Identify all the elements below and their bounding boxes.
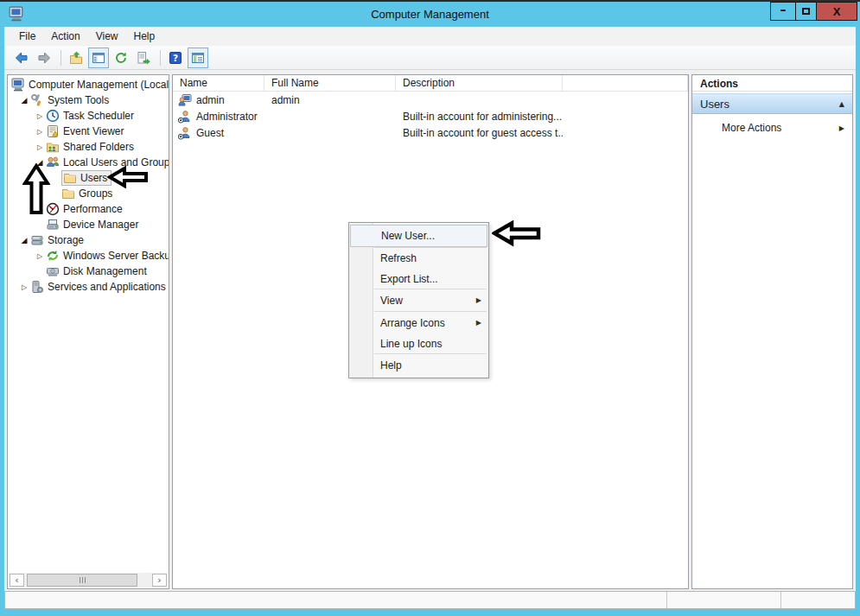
toolbar: ? <box>4 46 856 70</box>
tree-label: System Tools <box>48 94 109 106</box>
more-actions-item[interactable]: More Actions ▶ <box>692 118 852 137</box>
tree-item-device-manager[interactable]: Device Manager <box>8 217 169 232</box>
expander-collapsed-icon[interactable]: ▷ <box>34 112 46 120</box>
tree-label: Services and Applications <box>48 281 166 293</box>
list-row-admin[interactable]: admin admin <box>173 92 688 108</box>
context-menu-line-up-icons[interactable]: Line up Icons <box>349 333 488 353</box>
expander-collapsed-icon[interactable]: ▷ <box>18 283 30 291</box>
tree-item-system-tools[interactable]: ◢ System Tools <box>8 92 169 108</box>
context-menu-help[interactable]: Help <box>349 354 488 376</box>
context-menu-view[interactable]: View ▶ <box>349 289 488 311</box>
tree-item-storage[interactable]: ◢ Storage <box>8 232 169 248</box>
titlebar: Computer Management – X <box>0 2 860 27</box>
services-icon <box>30 280 44 294</box>
column-header-full-name[interactable]: Full Name <box>264 75 396 91</box>
expander-collapsed-icon[interactable]: ▷ <box>34 252 46 260</box>
tree-label: Disk Management <box>63 265 147 277</box>
cell-full-name: admin <box>264 94 396 106</box>
toolbar-separator <box>61 50 61 66</box>
tree-label: Task Scheduler <box>63 110 134 122</box>
folder-icon <box>61 187 75 200</box>
list-header: Name Full Name Description <box>173 75 688 92</box>
user-icon <box>178 93 192 107</box>
user-disabled-icon <box>178 126 192 140</box>
list-row-guest[interactable]: Guest Built-in account for guest access … <box>173 124 688 141</box>
context-menu: New User... Refresh Export List... View … <box>348 222 489 378</box>
actions-pane: Actions Users ▲ More Actions ▶ <box>691 74 853 589</box>
scroll-right-button[interactable]: › <box>152 574 167 587</box>
tree-selection-box: Users <box>61 170 111 186</box>
help-icon: ? <box>169 51 182 65</box>
status-bar <box>4 591 856 609</box>
scroll-left-button[interactable]: ‹ <box>10 574 24 587</box>
window-frame: Computer Management – X File Action View… <box>0 0 860 616</box>
back-button[interactable] <box>11 48 32 68</box>
task-scheduler-icon <box>46 109 60 123</box>
expander-expanded-icon[interactable]: ◢ <box>18 96 30 105</box>
help-button[interactable]: ? <box>165 48 186 68</box>
actions-section-users[interactable]: Users ▲ <box>692 93 852 114</box>
system-tools-icon <box>30 93 44 107</box>
show-hide-console-tree-button[interactable] <box>88 48 109 68</box>
forward-icon <box>37 51 51 65</box>
tree-item-services-and-applications[interactable]: ▷ Services and Applications <box>8 279 169 295</box>
expander-expanded-icon[interactable]: ◢ <box>18 236 30 244</box>
tree-item-task-scheduler[interactable]: ▷ Task Scheduler <box>8 108 169 124</box>
column-header-description[interactable]: Description <box>396 75 563 91</box>
expander-collapsed-icon[interactable]: ▷ <box>34 143 46 151</box>
menu-help[interactable]: Help <box>126 28 163 45</box>
storage-icon <box>30 233 44 247</box>
tree-label: Storage <box>48 234 84 246</box>
column-header-empty <box>563 75 688 91</box>
submenu-arrow-icon: ▶ <box>476 319 481 327</box>
tree-item-event-viewer[interactable]: ▷ Event Viewer <box>8 124 169 139</box>
cell-description: Built-in account for administering... <box>396 111 563 123</box>
context-menu-refresh[interactable]: Refresh <box>349 248 488 269</box>
maximize-button[interactable] <box>795 2 817 21</box>
status-divider <box>666 592 667 608</box>
context-menu-arrange-icons[interactable]: Arrange Icons ▶ <box>349 312 488 333</box>
status-divider <box>780 592 781 608</box>
list-row-administrator[interactable]: Administrator Built-in account for admin… <box>173 108 688 124</box>
close-button[interactable]: X <box>816 2 857 21</box>
tree-item-shared-folders[interactable]: ▷ Shared Folders <box>8 139 169 155</box>
toolbar-separator <box>160 50 161 66</box>
menu-view[interactable]: View <box>88 28 126 45</box>
show-hide-action-pane-button[interactable] <box>188 48 208 68</box>
tree-item-disk-management[interactable]: Disk Management <box>8 264 169 279</box>
collapse-caret-icon[interactable]: ▲ <box>839 100 844 108</box>
horizontal-scrollbar[interactable]: ‹ › <box>9 573 168 587</box>
computer-icon <box>11 78 25 92</box>
scrollbar-thumb[interactable] <box>27 574 137 587</box>
folder-icon <box>63 171 77 185</box>
context-menu-new-user[interactable]: New User... <box>350 225 487 247</box>
tree-label: Computer Management (Local <box>29 79 169 91</box>
column-header-name[interactable]: Name <box>173 75 264 91</box>
svg-text:?: ? <box>173 53 178 63</box>
minimize-button[interactable]: – <box>770 2 796 21</box>
expander-collapsed-icon[interactable]: ▷ <box>34 128 46 136</box>
user-disabled-icon <box>178 110 192 124</box>
context-menu-export-list[interactable]: Export List... <box>349 269 488 289</box>
tree-label: Users <box>80 172 107 184</box>
device-manager-icon <box>46 218 60 232</box>
refresh-button[interactable] <box>111 48 131 68</box>
console-tree-pane: Computer Management (Local ◢ System Tool… <box>7 74 169 589</box>
export-list-button[interactable] <box>133 48 154 68</box>
actions-section-label: Users <box>700 98 729 111</box>
menu-file[interactable]: File <box>11 28 43 45</box>
menu-action[interactable]: Action <box>43 28 87 45</box>
cell-description: Built-in account for guest access t... <box>396 127 563 139</box>
backup-icon <box>46 249 60 263</box>
close-icon: X <box>833 5 841 18</box>
tree-item-windows-server-backup[interactable]: ▷ Windows Server Backup <box>8 248 169 264</box>
submenu-arrow-icon: ▶ <box>839 124 844 132</box>
more-actions-label: More Actions <box>722 122 781 134</box>
up-one-level-button[interactable] <box>66 48 86 68</box>
tree-item-computer-management[interactable]: Computer Management (Local <box>8 77 169 92</box>
maximize-icon <box>802 8 810 15</box>
export-list-icon <box>137 51 150 65</box>
forward-button[interactable] <box>34 48 54 68</box>
menu-item-label: Arrange Icons <box>380 317 445 329</box>
up-folder-icon <box>69 51 83 65</box>
